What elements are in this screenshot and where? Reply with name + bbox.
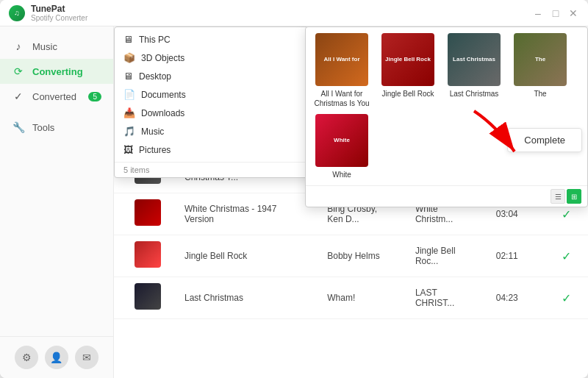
sidebar-item-music[interactable]: ♪ Music [0, 34, 113, 59]
track-thumbnail [135, 199, 161, 226]
file-icon: 📄 [123, 89, 135, 100]
file-icon: 🖥 [123, 71, 133, 82]
file-label: Desktop [139, 71, 171, 82]
track-info-cell [135, 241, 161, 271]
music-icon: ♪ [12, 40, 25, 52]
converted-badge: 5 [88, 92, 101, 101]
main-window: ♫ TunePat Spotify Converter – □ ✕ ♪ Musi… [0, 0, 588, 378]
thumbnail-item[interactable]: All I Want for All I Want for Christmas … [312, 33, 372, 108]
thumbnail-image: The [514, 33, 567, 86]
track-artist-cell: Wham! [315, 277, 404, 319]
track-thumb-cell [114, 277, 173, 319]
thumbnails-panel[interactable]: All I Want for All I Want for Christmas … [305, 26, 588, 207]
thumbnail-label: All I Want for Christmas Is You [312, 89, 372, 108]
file-label: Downloads [141, 108, 184, 118]
file-icon: 🎵 [123, 126, 135, 137]
thumbnail-item[interactable]: Jingle Bell Rock Jingle Bell Rock [378, 33, 438, 108]
minimize-button[interactable]: – [532, 7, 544, 19]
track-info-cell [135, 199, 161, 229]
email-button[interactable]: ✉ [75, 346, 98, 369]
sidebar-bottom: ⚙ 👤 ✉ [0, 336, 113, 378]
file-label: Documents [141, 90, 186, 100]
file-label: Pictures [139, 145, 171, 155]
file-icon: 📦 [123, 52, 135, 63]
track-album-cell: LAST CHRIST... [404, 277, 484, 319]
sidebar-item-tools[interactable]: 🔧 Tools [0, 115, 113, 140]
sidebar-label-converted: Converted [32, 91, 76, 102]
thumbnail-label: Last Christmas [450, 89, 499, 99]
thumbnail-item[interactable]: White White [312, 114, 372, 179]
table-row[interactable]: Last Christmas Wham! LAST CHRIST... 04:2… [114, 277, 588, 319]
thumbnail-image: All I Want for [315, 33, 368, 86]
thumbnail-item[interactable]: Last Christmas Last Christmas [444, 33, 504, 108]
titlebar-left: ♫ TunePat Spotify Converter [9, 4, 87, 22]
window-controls: – □ ✕ [532, 7, 579, 19]
check-status-icon: ✓ [562, 292, 571, 304]
thumbnail-item[interactable]: The The [510, 33, 570, 108]
content-area: 5 files downloaded Put computer to sleep… [114, 26, 588, 378]
track-artist-cell: Bobby Helms [315, 235, 404, 277]
profile-button[interactable]: 👤 [45, 346, 68, 369]
thumbnail-label: The [534, 89, 546, 99]
maximize-button[interactable]: □ [550, 7, 562, 19]
complete-button[interactable]: Complete [507, 128, 582, 152]
complete-button-container: Complete [507, 128, 582, 152]
file-icon: 🖥 [123, 34, 133, 45]
file-icon: 🖼 [123, 144, 133, 155]
sidebar-label-converting: Converting [32, 66, 83, 77]
sidebar-label-music: Music [32, 41, 57, 52]
track-title-cell: White Christmas - 1947 Version [173, 193, 315, 235]
sidebar-label-tools: Tools [32, 122, 54, 133]
sidebar: ♪ Music ⟳ Converting ✓ Converted 5 🔧 Too… [0, 26, 114, 378]
converting-icon: ⟳ [12, 65, 25, 77]
track-info-cell [135, 283, 161, 313]
thumbnail-image: Jingle Bell Rock [381, 33, 434, 86]
settings-button[interactable]: ⚙ [15, 346, 38, 369]
thumbnail-label: Jingle Bell Rock [381, 89, 434, 99]
track-album-cell: Jingle Bell Roc... [404, 235, 484, 277]
thumbnails-grid: All I Want for All I Want for Christmas … [306, 27, 587, 185]
track-thumbnail [135, 241, 161, 268]
file-icon: 📥 [123, 107, 135, 118]
thumbnail-image: White [315, 114, 368, 167]
check-status-icon: ✓ [562, 208, 571, 221]
track-status-cell: ✓ [550, 277, 588, 319]
track-status-cell: ✓ [550, 235, 588, 277]
tools-icon: 🔧 [12, 121, 25, 133]
app-subtitle: Spotify Converter [31, 14, 87, 22]
check-status-icon: ✓ [562, 250, 571, 263]
file-label: This PC [139, 35, 171, 45]
app-info: TunePat Spotify Converter [31, 4, 87, 22]
track-duration-cell: 02:11 [484, 235, 550, 277]
track-title-cell: Last Christmas [173, 277, 315, 319]
sidebar-item-converting[interactable]: ⟳ Converting [0, 59, 113, 84]
main-content: ♪ Music ⟳ Converting ✓ Converted 5 🔧 Too… [0, 26, 588, 378]
thumbnail-label: White [332, 170, 351, 179]
converted-icon: ✓ [12, 90, 25, 102]
list-view-btn[interactable]: ☰ [551, 189, 565, 204]
sidebar-item-converted[interactable]: ✓ Converted 5 [0, 84, 113, 109]
track-thumbnail [135, 283, 161, 310]
view-toggle: ☰ ⊞ [551, 189, 581, 204]
file-label: 3D Objects [141, 53, 184, 63]
track-duration-cell: 04:23 [484, 277, 550, 319]
grid-view-btn[interactable]: ⊞ [567, 189, 581, 204]
titlebar: ♫ TunePat Spotify Converter – □ ✕ [0, 0, 588, 26]
app-name: TunePat [31, 4, 87, 14]
track-thumb-cell [114, 235, 173, 277]
thumbnail-image: Last Christmas [448, 33, 501, 86]
thumbnails-toolbar: ☰ ⊞ [306, 185, 587, 207]
track-thumb-cell [114, 193, 173, 235]
file-label: Music [141, 126, 164, 137]
app-logo: ♫ [9, 5, 25, 21]
track-title-cell: Jingle Bell Rock [173, 235, 315, 277]
table-row[interactable]: Jingle Bell Rock Bobby Helms Jingle Bell… [114, 235, 588, 277]
close-button[interactable]: ✕ [567, 7, 579, 19]
